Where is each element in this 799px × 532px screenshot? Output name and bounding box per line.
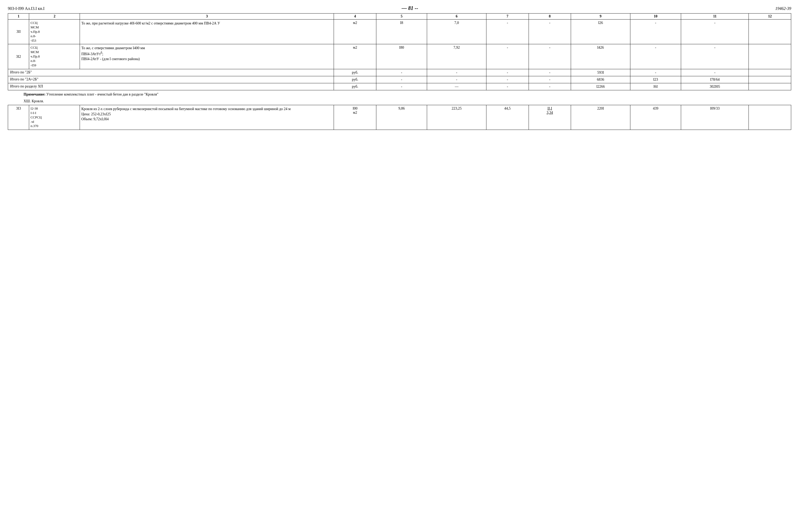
note-title: Примечание: (24, 92, 45, 96)
col-header-3: 3 (80, 14, 334, 20)
main-table: 1 2 3 4 5 6 7 8 9 10 11 12 3II ССЦМСМч.П… (8, 13, 791, 130)
summary-unit: руб. (334, 83, 376, 90)
row-unit: I00м2 (334, 105, 376, 130)
summary-col7: - (486, 76, 529, 83)
summary-row: Итого по "2Б" руб. - - - - 593I - - (8, 69, 791, 76)
summary-col8: - (529, 76, 571, 83)
summary-row: Итого по разделу ХП руб. - — - - I2266 I… (8, 83, 791, 90)
summary-col6: — (427, 83, 487, 90)
volume-label: Объем: 9,72хI,0I4 (81, 117, 109, 121)
summary-col8: - (529, 69, 571, 76)
row-col12 (749, 105, 791, 130)
note-text: Утепление комплекстных плит - ячеистый б… (46, 92, 158, 96)
col-header-5: 5 (376, 14, 427, 20)
col-header-1: 1 (8, 14, 29, 20)
header-left: 903-I-I99 Ал.I3.I кн.I (8, 6, 44, 11)
row-col10: - (630, 44, 681, 69)
summary-col7: - (486, 83, 529, 90)
col-header-11: 11 (681, 14, 749, 20)
section-header-text: ХШ. Кровля. (24, 99, 44, 103)
row-col11: - (681, 20, 749, 44)
row-col5: I8 (376, 20, 427, 44)
summary-col5: - (376, 83, 427, 90)
note-cell: Примечание: Утепление комплекстных плит … (8, 90, 791, 98)
row-col9: I26 (571, 20, 630, 44)
table-row: 3I3 I2-38I-I-IССРСЦ.чIп.370 Кровля из 2-… (8, 105, 791, 130)
col-header-9: 9 (571, 14, 630, 20)
row-col12 (749, 44, 791, 69)
col-header-4: 4 (334, 14, 376, 20)
col-header-2: 2 (29, 14, 80, 20)
table-header-row: 1 2 3 4 5 6 7 8 9 10 11 12 (8, 14, 791, 20)
price-label: Цена: 252-0,23хI25 (81, 112, 111, 116)
row-id: 3I2 (8, 44, 29, 69)
col-header-8: 8 (529, 14, 571, 20)
note-row: Примечание: Утепление комплекстных плит … (8, 90, 791, 98)
row-description: То же, при расчетной нагрузке 40I-600 кг… (80, 20, 334, 44)
row-col5: I80 (376, 44, 427, 69)
col-header-12: 12 (749, 14, 791, 20)
row-col5: 9,86 (376, 105, 427, 130)
page-header: 903-I-I99 Ал.I3.I кн.I — 81 -- 19462-39 (8, 5, 791, 11)
row-col7: - (486, 20, 529, 44)
row-col6: 7,0 (427, 20, 487, 44)
summary-col6: - (427, 69, 487, 76)
summary-col12 (749, 83, 791, 90)
row-col6: 7,92 (427, 44, 487, 69)
summary-col7: - (486, 69, 529, 76)
row-col12 (749, 20, 791, 44)
summary-col5: - (376, 76, 427, 83)
summary-col10: I6I (630, 83, 681, 90)
row-col8: - (529, 20, 571, 44)
summary-col12 (749, 69, 791, 76)
row-col10: 439 (630, 105, 681, 130)
row-code: I2-38I-I-IССРСЦ.чIп.370 (29, 105, 80, 130)
summary-col11: I78/64 (681, 76, 749, 83)
col-header-10: 10 (630, 14, 681, 20)
summary-col10: I23 (630, 76, 681, 83)
summary-col9: I2266 (571, 83, 630, 90)
summary-row: Итого по "2А+2Б" руб. - - - - 6836 I23 I… (8, 76, 791, 83)
header-center: — 81 -- (402, 5, 418, 11)
row-col9: I426 (571, 44, 630, 69)
row-col6: 223,25 (427, 105, 487, 130)
summary-label: Итого по "2А+2Б" (8, 76, 334, 83)
row-description: То же, с отверстиями диаметром I400 ммПВ… (80, 44, 334, 69)
summary-col9: 6836 (571, 76, 630, 83)
summary-col11: 302I05 (681, 83, 749, 90)
row-col7: - (486, 44, 529, 69)
row-description: Кровля из 2-х слоев рубероида с мелкозер… (80, 105, 334, 130)
summary-col12 (749, 76, 791, 83)
summary-col9: 593I (571, 69, 630, 76)
summary-col10: - (630, 69, 681, 76)
row-code: ССЦМСМч.Пр.8п.8--I53 (29, 20, 80, 44)
col-header-7: 7 (486, 14, 529, 20)
row-unit: м2 (334, 44, 376, 69)
row-id: 3I3 (8, 105, 29, 130)
summary-unit: руб. (334, 76, 376, 83)
summary-label: Итого по "2Б" (8, 69, 334, 76)
row-col11: I09/33 (681, 105, 749, 130)
table-row: 3I2 ССЦМСМч.Пр.8п.8--I59 То же, с отверс… (8, 44, 791, 69)
row-col11: - (681, 44, 749, 69)
row-id: 3II (8, 20, 29, 44)
row-col8: II,I3,34 (529, 105, 571, 130)
row-unit: м2 (334, 20, 376, 44)
table-row: 3II ССЦМСМч.Пр.8п.8--I53 То же, при расч… (8, 20, 791, 44)
summary-col6: - (427, 76, 487, 83)
section-header-row: ХШ. Кровля. (8, 98, 791, 105)
summary-col11: - (681, 69, 749, 76)
row-col7: 44,5 (486, 105, 529, 130)
col-header-6: 6 (427, 14, 487, 20)
summary-unit: руб. (334, 69, 376, 76)
row-col9: 220I (571, 105, 630, 130)
summary-col5: - (376, 69, 427, 76)
summary-label: Итого по разделу ХП (8, 83, 334, 90)
row-col10: - (630, 20, 681, 44)
row-code: ССЦМСМч.Пр.8п.8--I59 (29, 44, 80, 69)
header-right: 19462-39 (775, 6, 791, 11)
section-header-cell: ХШ. Кровля. (8, 98, 791, 105)
row-col8: - (529, 44, 571, 69)
summary-col8: - (529, 83, 571, 90)
